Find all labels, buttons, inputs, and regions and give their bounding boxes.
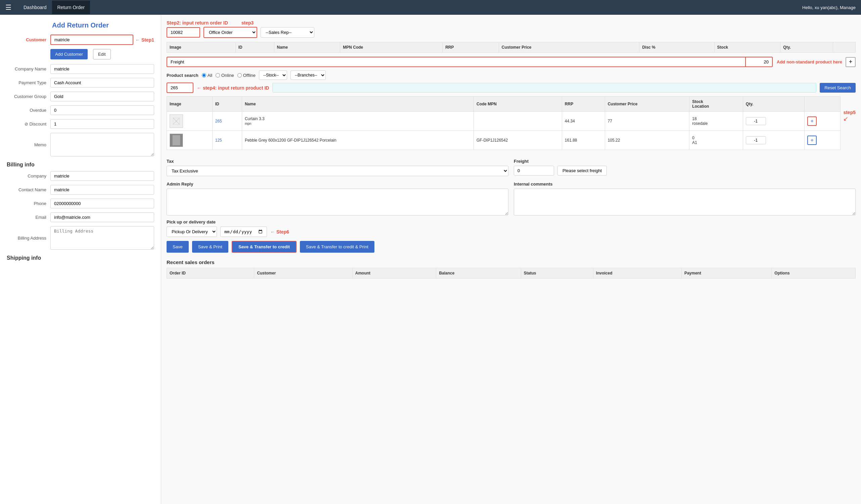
add-customer-button[interactable]: Add Customer [50,49,88,59]
freight-value-input[interactable] [746,57,773,67]
ro-col-invoiced: Invoiced [593,268,681,279]
top-nav: ☰ Dashboard Return Order Hello, xu yan(a… [0,0,861,15]
save-credit-button[interactable]: Save & Transfer to credit [232,241,297,253]
step5-block: step5 ↙ [843,96,856,123]
billing-phone-row: Phone [7,199,154,208]
tax-select[interactable]: Tax Exclusive Tax Inclusive [166,166,508,176]
col-disc: Disc % [639,42,714,53]
qty-input-265[interactable] [746,117,766,125]
product-id-link-125[interactable]: 125 [215,138,222,143]
col-image: Image [167,42,236,53]
billing-contact-input[interactable] [50,185,154,195]
sales-rep-select[interactable]: --Sales Rep-- [261,27,314,38]
freight-group: Freight Please select freight [514,159,856,176]
branches-select[interactable]: --Branches-- [290,70,326,80]
reset-search-button[interactable]: Reset Search [820,83,856,93]
nav-dashboard[interactable]: Dashboard [18,1,52,14]
nav-return-order[interactable]: Return Order [52,1,90,14]
radio-all[interactable]: All [202,73,212,78]
ro-col-orderid: Order ID [167,268,254,279]
customer-input[interactable]: matricle [50,34,133,45]
edit-customer-button[interactable]: Edit [93,49,110,59]
product-name-cell: Curtain 3.3mpn [242,112,474,131]
discount-label: ⊘ Discount [7,122,50,126]
admin-reply-textarea[interactable] [166,188,508,215]
product-id-link[interactable]: 265 [215,119,222,124]
ro-col-balance: Balance [436,268,521,279]
radio-offline[interactable]: Offline [237,73,256,78]
results-area: Image ID Name Code MPN RRP Customer Pric… [166,96,856,154]
freight-nonstandard-row: Add non-standard product here + [166,57,856,67]
select-freight-button[interactable]: Please select freight [558,166,607,176]
memo-label: Memo [7,142,50,147]
billing-company-input[interactable] [50,171,154,181]
freight-bottom-row: Please select freight [514,166,856,176]
overdue-input[interactable] [50,106,154,115]
order-type-select[interactable]: Office Order Sales Order Web Order [204,27,257,38]
product-qty-cell-125[interactable] [743,131,804,150]
product-image-cell-125 [167,131,213,150]
billing-phone-label: Phone [7,201,50,206]
internal-comments-textarea[interactable] [514,188,856,215]
freight-name-input[interactable] [166,57,746,67]
ro-col-status: Status [521,268,593,279]
billing-email-input[interactable] [50,212,154,222]
pickup-section: Pick up or delivery date Pickup Or Deliv… [166,220,856,237]
customer-group-input[interactable] [50,92,154,101]
product-id-input[interactable] [166,83,193,93]
shipping-info-title: Shipping info [7,255,154,261]
billing-email-row: Email [7,212,154,222]
svg-rect-4 [173,135,180,145]
company-name-input[interactable] [50,64,154,74]
col-stock: Stock [714,42,780,53]
billing-address-textarea[interactable] [50,226,154,250]
col-qty: Qty. [780,42,833,53]
save-print-button[interactable]: Save & Print [192,241,228,253]
billing-info-title: Billing info [7,162,154,168]
discount-row: ⊘ Discount [7,119,154,129]
res-col-name: Name [242,97,474,112]
pickup-row: Pickup Or Delivery ← Step6 [166,226,856,237]
add-product-265-button[interactable]: + [807,116,817,126]
product-name-cell-125: Pebble Grey 600x1200 GF-DIP1J126542 Porc… [242,131,474,150]
step4-annotation: ← step4: input return product ID [197,85,269,90]
memo-textarea[interactable] [50,133,154,156]
internal-comments-label: Internal comments [514,182,856,186]
add-freight-button[interactable]: + [846,57,856,67]
order-id-input[interactable]: 10082 [166,27,200,38]
customer-actions: Add Customer Edit [7,49,154,59]
product-id-cell: 265 [212,112,242,131]
recent-orders-title: Recent sales orders [166,260,856,265]
search-box[interactable] [272,83,816,93]
admin-reply-label: Admin Reply [166,182,508,186]
products-header-table: Image ID Name MPN Code RRP Customer Pric… [166,42,856,53]
product-rrp-cell: 44.34 [562,112,605,131]
product-qty-cell[interactable] [743,112,804,131]
payment-type-input[interactable] [50,78,154,87]
date-input[interactable] [220,226,267,237]
stock-select[interactable]: --Stock-- [259,70,287,80]
billing-contact-row: Contact Name [7,185,154,195]
save-button[interactable]: Save [166,241,189,253]
qty-input-125[interactable] [746,136,766,144]
memo-row: Memo [7,133,154,156]
billing-address-label: Billing Address [7,236,50,241]
radio-group: All Online Offline [202,73,256,78]
save-credit-print-button[interactable]: Save & Transfer to credit & Print [300,241,374,253]
tax-label: Tax [166,159,508,164]
pickup-select[interactable]: Pickup Or Delivery [166,226,217,237]
product-code-cell-125: GF-DIP1J126542 [474,131,562,150]
product-image-cell [167,112,213,131]
freight-number-input[interactable] [514,166,554,176]
overdue-row: Overdue [7,106,154,115]
payment-type-label: Payment Type [7,80,50,85]
product-stock-cell: 18rosedale [689,112,743,131]
res-col-stock: StockLocation [689,97,743,112]
radio-online[interactable]: Online [216,73,234,78]
customer-label: Customer [7,37,50,42]
product-search-label: Product search [166,73,199,78]
billing-phone-input[interactable] [50,199,154,208]
add-product-125-button[interactable]: + [807,136,817,145]
discount-input[interactable] [50,119,154,129]
hamburger-icon[interactable]: ☰ [5,3,11,11]
